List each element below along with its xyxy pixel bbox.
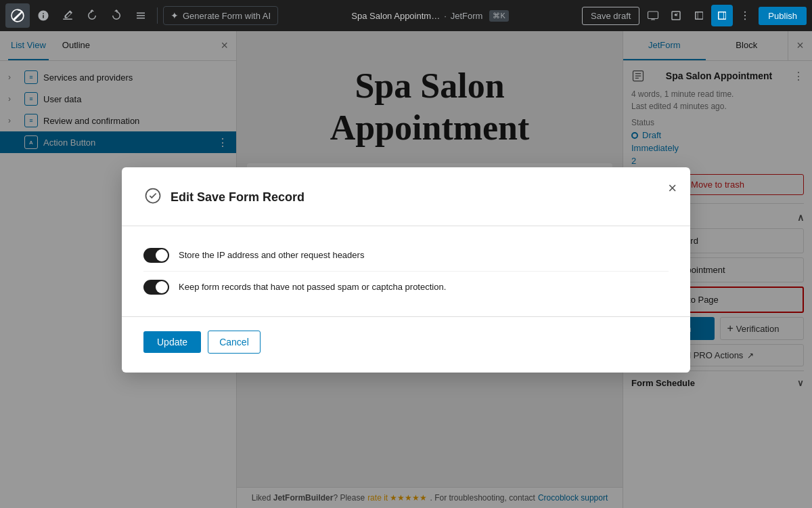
collapse-sidebar-button[interactable] — [688, 5, 710, 26]
keyboard-shortcut: ⌘K — [489, 10, 508, 22]
toggle-row-spam: Keep form records that have not passed s… — [143, 272, 669, 303]
modal-bottom-divider — [122, 316, 690, 317]
top-bar: ✦ Generate Form with AI Spa Salon Appoin… — [0, 0, 812, 31]
modal-header: Edit Save Form Record — [143, 186, 669, 209]
modal-footer: Update Cancel — [143, 331, 669, 354]
undo-button[interactable] — [81, 5, 103, 26]
generate-form-ai-button[interactable]: ✦ Generate Form with AI — [163, 6, 278, 25]
ip-toggle[interactable] — [143, 248, 169, 263]
spam-toggle-label: Keep form records that have not passed s… — [179, 282, 446, 292]
ip-toggle-label: Store the IP address and other request h… — [179, 250, 364, 260]
svg-rect-1 — [648, 12, 658, 19]
document-view-button[interactable] — [130, 5, 152, 26]
redo-button[interactable] — [106, 5, 127, 26]
save-draft-button[interactable]: Save draft — [582, 7, 639, 25]
new-tab-button[interactable] — [665, 5, 687, 26]
modal-overlay[interactable]: Edit Save Form Record × Store the IP add… — [0, 31, 812, 508]
title-separator: · — [444, 11, 447, 21]
right-icons — [642, 5, 756, 26]
modal-close-button[interactable]: × — [668, 181, 677, 196]
preview-desktop-button[interactable] — [642, 5, 664, 26]
modal-top-divider — [122, 226, 690, 226]
spam-toggle[interactable] — [143, 280, 169, 295]
ai-btn-label: Generate Form with AI — [183, 11, 271, 21]
toggle-knob — [156, 249, 168, 261]
modal-icon — [143, 186, 162, 209]
wp-logo[interactable] — [5, 3, 30, 28]
toggle-row-ip: Store the IP address and other request h… — [143, 240, 669, 272]
add-block-button[interactable] — [32, 5, 54, 26]
publish-button[interactable]: Publish — [759, 7, 807, 25]
page-title: Spa Salon Appointm… — [351, 11, 440, 21]
svg-point-4 — [744, 18, 746, 20]
wand-icon: ✦ — [171, 10, 179, 21]
settings-panel-button[interactable] — [711, 5, 733, 26]
svg-point-3 — [744, 15, 746, 16]
more-options-button[interactable] — [734, 5, 756, 26]
edit-save-form-modal: Edit Save Form Record × Store the IP add… — [122, 167, 690, 373]
cancel-button[interactable]: Cancel — [208, 331, 261, 354]
tools-button[interactable] — [57, 5, 78, 26]
separator — [157, 7, 158, 24]
update-button[interactable]: Update — [143, 331, 201, 353]
toggle-knob — [156, 281, 168, 293]
modal-title: Edit Save Form Record — [171, 190, 304, 205]
app-name: JetForm — [451, 11, 483, 21]
svg-point-2 — [744, 12, 746, 13]
